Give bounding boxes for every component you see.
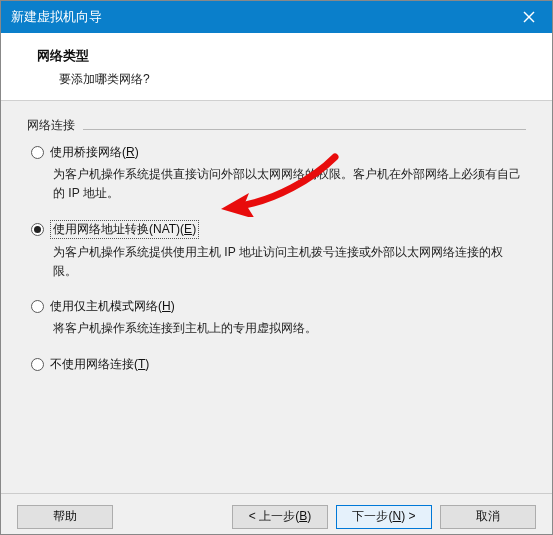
radio-description: 为客户机操作系统提供直接访问外部以太网网络的权限。客户机在外部网络上必须有自己的… xyxy=(53,165,526,202)
radio-label: 不使用网络连接(T) xyxy=(50,356,149,373)
wizard-header: 网络类型 要添加哪类网络? xyxy=(1,33,552,101)
next-button[interactable]: 下一步(N) > xyxy=(336,505,432,529)
radio-description: 为客户机操作系统提供使用主机 IP 地址访问主机拨号连接或外部以太网网络连接的权… xyxy=(53,243,526,280)
section-label: 网络连接 xyxy=(27,117,526,134)
radio-icon xyxy=(31,146,44,159)
help-button[interactable]: 帮助 xyxy=(17,505,113,529)
window-title: 新建虚拟机向导 xyxy=(11,8,102,26)
cancel-button[interactable]: 取消 xyxy=(440,505,536,529)
wizard-footer: 帮助 < 上一步(B) 下一步(N) > 取消 xyxy=(1,493,552,535)
groupbox-divider xyxy=(83,129,526,130)
radio-label: 使用桥接网络(R) xyxy=(50,144,139,161)
radio-label: 使用仅主机模式网络(H) xyxy=(50,298,175,315)
radio-description: 将客户机操作系统连接到主机上的专用虚拟网络。 xyxy=(53,319,526,338)
close-icon xyxy=(523,11,535,23)
radio-option-nat[interactable]: 使用网络地址转换(NAT)(E) 为客户机操作系统提供使用主机 IP 地址访问主… xyxy=(31,220,526,280)
radio-icon xyxy=(31,300,44,313)
page-subtitle: 要添加哪类网络? xyxy=(59,71,542,88)
radio-icon xyxy=(31,358,44,371)
radio-label: 使用网络地址转换(NAT)(E) xyxy=(50,220,199,239)
radio-option-bridged[interactable]: 使用桥接网络(R) 为客户机操作系统提供直接访问外部以太网网络的权限。客户机在外… xyxy=(31,144,526,202)
back-button[interactable]: < 上一步(B) xyxy=(232,505,328,529)
radio-icon xyxy=(31,223,44,236)
radio-option-none[interactable]: 不使用网络连接(T) xyxy=(31,356,526,373)
radio-option-hostonly[interactable]: 使用仅主机模式网络(H) 将客户机操作系统连接到主机上的专用虚拟网络。 xyxy=(31,298,526,338)
close-button[interactable] xyxy=(506,1,552,33)
page-title: 网络类型 xyxy=(37,47,542,65)
wizard-body: 网络连接 使用桥接网络(R) 为客户机操作系统提供直接访问外部以太网网络的权限。… xyxy=(1,101,552,493)
titlebar: 新建虚拟机向导 xyxy=(1,1,552,33)
